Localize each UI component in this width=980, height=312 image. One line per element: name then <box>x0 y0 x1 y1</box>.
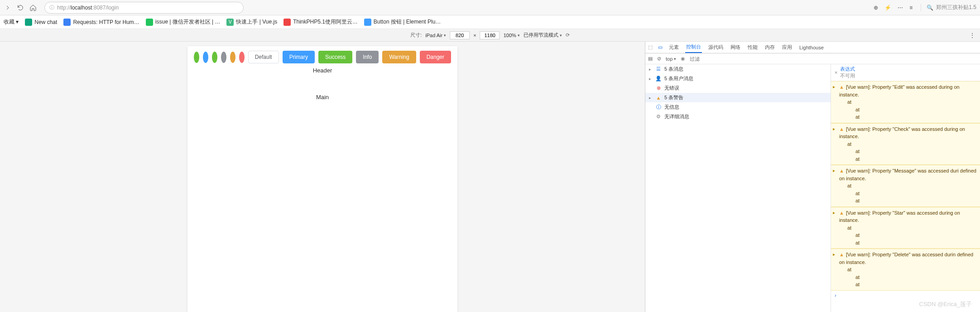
user-icon: 👤 <box>655 76 662 82</box>
sidebar-row[interactable]: ▸▲5 条警告 <box>645 93 831 102</box>
devtools-tab-4[interactable]: 性能 <box>747 42 759 53</box>
page-header: Header <box>187 65 457 76</box>
context-select[interactable]: top <box>666 56 676 62</box>
stack-icon[interactable]: ≡ <box>909 5 913 11</box>
default-button[interactable]: Default <box>248 51 279 63</box>
bookmark-item[interactable]: Button 按钮 | Element Plu… <box>364 18 441 26</box>
rotate-icon[interactable]: ⟳ <box>566 32 570 38</box>
width-input[interactable] <box>450 31 470 39</box>
device-menu-icon[interactable]: ⋮ <box>969 32 975 39</box>
sidebar-text: 5 条消息 <box>664 66 683 72</box>
close-icon[interactable]: × <box>835 70 837 75</box>
console-sidebar: ▸☰5 条消息▸👤5 条用户消息⊗无错误▸▲5 条警告ⓘ无信息⚙无详细消息 <box>645 64 831 312</box>
bookmark-item[interactable]: New chat <box>25 18 57 26</box>
favorites-menu[interactable]: 收藏 ▾ <box>4 18 19 26</box>
reload-button[interactable] <box>16 4 24 12</box>
console-warning[interactable]: ▲[Vue warn]: Property "Delete" was acces… <box>831 249 980 291</box>
search-text: 郑州三孩补贴1.5 <box>936 4 976 11</box>
zoom-select[interactable]: 100% <box>504 33 520 38</box>
warning-icon: ▲ <box>839 126 844 132</box>
devtools-tab-1[interactable]: 控制台 <box>685 42 702 53</box>
console-output: × 表达式 不可用 ▲[Vue warn]: Property "Edit" w… <box>831 64 980 312</box>
success-button[interactable]: Success <box>318 51 352 63</box>
bookmark-icon <box>364 19 371 26</box>
zoom-icon[interactable]: ⊕ <box>874 5 878 11</box>
bookmark-item[interactable]: issue | 微信开发者社区 | … <box>146 18 221 26</box>
msg-icon: ☰ <box>655 66 662 72</box>
flash-icon[interactable]: ⚡ <box>884 5 891 11</box>
devtools-tabs: ⬚ ▭ 元素控制台源代码网络性能内存应用Lighthouse <box>645 42 980 53</box>
devtools-tab-5[interactable]: 内存 <box>764 42 776 53</box>
dot-blue <box>203 52 208 63</box>
forward-button[interactable] <box>4 4 12 12</box>
warning-icon: ▲ <box>839 168 844 173</box>
device-viewport: Default Primary Success Info Warning Dan… <box>0 42 645 312</box>
bookmark-item[interactable]: V快速上手 | Vue.js <box>226 18 277 26</box>
console-prompt[interactable]: › <box>831 291 980 300</box>
devtools-tab-2[interactable]: 源代码 <box>707 42 724 53</box>
search-icon: 🔍 <box>927 5 933 11</box>
warning-button[interactable]: Warning <box>382 51 416 63</box>
url-bar[interactable]: ⓘ http://localhost:8087/login <box>44 2 244 14</box>
primary-button[interactable]: Primary <box>283 51 315 63</box>
device-select[interactable]: iPad Air <box>425 33 446 38</box>
sidebar-row[interactable]: ▸👤5 条用户消息 <box>645 74 831 83</box>
bookmark-bar: 收藏 ▾ New chatRequests: HTTP for Hum…issu… <box>0 15 980 29</box>
sidebar-row[interactable]: ▸☰5 条消息 <box>645 64 831 74</box>
devtools-tab-7[interactable]: Lighthouse <box>798 42 825 53</box>
bookmark-item[interactable]: ThinkPHP5.1使用阿里云… <box>283 18 358 26</box>
sidebar-row[interactable]: ⓘ无信息 <box>645 102 831 112</box>
throttle-select[interactable]: 已停用节流模式 <box>524 32 562 38</box>
button-row: Default Primary Success Info Warning Dan… <box>187 46 457 65</box>
console-warning[interactable]: ▲[Vue warn]: Property "Check" was access… <box>831 123 980 165</box>
bookmark-icon <box>146 19 153 26</box>
console-warning[interactable]: ▲[Vue warn]: Property "Star" was accesse… <box>831 207 980 249</box>
console-expr-header: × 表达式 不可用 <box>831 64 980 81</box>
bookmark-icon <box>63 19 71 26</box>
more-icon[interactable]: ⋯ <box>898 5 903 11</box>
dot-green <box>194 52 199 63</box>
bookmark-label: ThinkPHP5.1使用阿里云… <box>293 18 358 26</box>
filter-input[interactable] <box>690 56 712 62</box>
home-button[interactable] <box>29 4 37 12</box>
info-button[interactable]: Info <box>356 51 379 63</box>
bookmark-label: Requests: HTTP for Hum… <box>73 19 139 25</box>
devtools-tab-3[interactable]: 网络 <box>730 42 741 53</box>
sidebar-text: 5 条警告 <box>664 94 683 101</box>
sidebar-text: 5 条用户消息 <box>664 75 693 82</box>
devtools-tab-6[interactable]: 应用 <box>781 42 793 53</box>
watermark: CSDN @Erica_莲子 <box>919 300 972 308</box>
device-mode-icon[interactable]: ▭ <box>658 44 663 50</box>
err-icon: ⊗ <box>655 85 662 91</box>
sidebar-row[interactable]: ⊗无错误 <box>645 83 831 93</box>
warning-icon: ▲ <box>839 210 844 216</box>
bookmark-icon <box>25 19 32 26</box>
sidebar-toggle-icon[interactable]: ▤ <box>648 56 653 62</box>
bookmark-label: 快速上手 | Vue.js <box>236 18 277 26</box>
dot-gray <box>221 52 226 63</box>
dot-orange <box>230 52 235 63</box>
console-warning[interactable]: ▲[Vue warn]: Property "Message" was acce… <box>831 165 980 207</box>
browser-address-bar: ⓘ http://localhost:8087/login ⊕ ⚡ ⋯ ≡ 🔍 … <box>0 0 980 15</box>
dimension-label: 尺寸: <box>410 32 422 38</box>
sidebar-text: 无详细消息 <box>664 113 689 120</box>
verbose-icon: ⚙ <box>655 114 662 120</box>
bookmark-label: Button 按钮 | Element Plu… <box>374 18 441 26</box>
warn-icon: ▲ <box>655 95 662 101</box>
page-main: Main <box>187 76 457 119</box>
sidebar-row[interactable]: ⚙无详细消息 <box>645 112 831 121</box>
danger-button[interactable]: Danger <box>420 51 451 63</box>
dot-green-2 <box>212 52 217 63</box>
bookmark-label: issue | 微信开发者社区 | … <box>155 18 221 26</box>
console-warning[interactable]: ▲[Vue warn]: Property "Edit" was accesse… <box>831 81 980 123</box>
inspect-icon[interactable]: ⬚ <box>648 44 653 50</box>
devtools-tab-0[interactable]: 元素 <box>668 42 680 53</box>
clear-console-icon[interactable]: ⊘ <box>657 56 661 62</box>
device-frame: Default Primary Success Info Warning Dan… <box>187 46 457 312</box>
bookmark-item[interactable]: Requests: HTTP for Hum… <box>63 18 139 26</box>
browser-search[interactable]: 🔍 郑州三孩补贴1.5 <box>921 4 976 11</box>
height-input[interactable] <box>480 31 500 39</box>
live-expr-icon[interactable]: ◉ <box>681 56 685 62</box>
warning-icon: ▲ <box>839 84 844 90</box>
dot-red <box>239 52 245 63</box>
